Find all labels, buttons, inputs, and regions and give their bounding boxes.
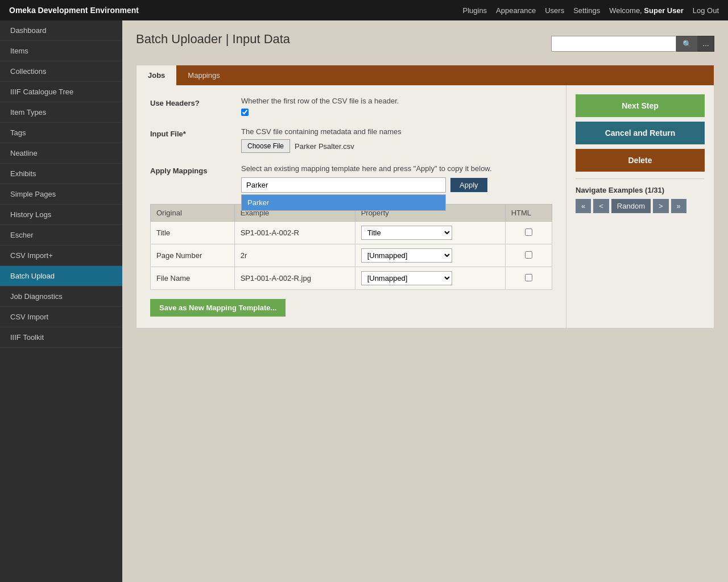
top-navigation: Omeka Development Environment Plugins Ap… xyxy=(0,0,728,20)
apply-mappings-value: Select an existing mapping template here… xyxy=(241,164,552,193)
cell-property-title: Title xyxy=(355,222,505,244)
sidebar-item-csv-import-plus[interactable]: CSV Import+ xyxy=(0,246,122,266)
input-file-desc: The CSV file containing metadata and fil… xyxy=(241,127,552,136)
next-step-button[interactable]: Next Step xyxy=(576,94,705,117)
save-mapping-button[interactable]: Save as New Mapping Template... xyxy=(150,299,286,317)
sidebar-item-iiif-catalogue-tree[interactable]: IIIF Catalogue Tree xyxy=(0,82,122,102)
cancel-and-return-button[interactable]: Cancel and Return xyxy=(576,122,705,144)
delete-button[interactable]: Delete xyxy=(576,149,705,172)
tab-jobs[interactable]: Jobs xyxy=(136,65,176,85)
sidebar-item-batch-upload[interactable]: Batch Upload xyxy=(0,266,122,286)
logout-link[interactable]: Log Out xyxy=(693,6,719,15)
use-headers-value: Whether the first row of the CSV file is… xyxy=(241,97,552,116)
use-headers-desc: Whether the first row of the CSV file is… xyxy=(241,97,552,105)
nav-plugins[interactable]: Plugins xyxy=(462,6,487,15)
cell-property-file: [Unmapped] xyxy=(355,267,505,290)
page-header: Batch Uploader | Input Data 🔍 … xyxy=(136,32,714,56)
cell-original-file: File Name xyxy=(151,267,235,290)
property-select-file[interactable]: [Unmapped] xyxy=(361,271,452,285)
cell-example-file: SP1-001-A-002-R.jpg xyxy=(234,267,355,290)
navigate-buttons: « < Random > » xyxy=(576,199,705,213)
navigate-prev-button[interactable]: < xyxy=(593,199,609,213)
dropdown-item-parker[interactable]: Parker xyxy=(242,195,445,210)
use-headers-checkbox[interactable] xyxy=(241,109,249,116)
navigate-label: Navigate Examples (1/31) xyxy=(576,186,705,194)
cell-html-file xyxy=(505,267,552,290)
input-file-label: Input File* xyxy=(150,127,241,138)
form-content: Use Headers? Whether the first row of th… xyxy=(136,85,714,328)
cell-html-title xyxy=(505,222,552,244)
input-file-row: Input File* The CSV file containing meta… xyxy=(150,127,552,153)
nav-appearance[interactable]: Appearance xyxy=(496,6,536,15)
apply-mappings-desc: Select an existing mapping template here… xyxy=(241,164,552,173)
main-content: Batch Uploader | Input Data 🔍 … Jobs Map… xyxy=(122,20,728,582)
cell-example-page: 2r xyxy=(234,244,355,267)
nav-links: Plugins Appearance Users Settings Welcom… xyxy=(462,6,719,15)
sidebar-item-history-logs[interactable]: History Logs xyxy=(0,205,122,225)
brand-name: Omeka Development Environment xyxy=(9,6,139,15)
sidebar-item-items[interactable]: Items xyxy=(0,41,122,61)
sidebar-item-dashboard[interactable]: Dashboard xyxy=(0,20,122,41)
table-row: Title SP1-001-A-002-R Title xyxy=(151,222,552,244)
property-select-title[interactable]: Title xyxy=(361,226,452,240)
cell-original-page: Page Number xyxy=(151,244,235,267)
mapping-select-wrap: Parker Parker xyxy=(241,177,446,193)
sidebar-item-simple-pages[interactable]: Simple Pages xyxy=(0,184,122,205)
content-box: Jobs Mappings Use Headers? Whether the f… xyxy=(136,65,714,329)
input-file-value: The CSV file containing metadata and fil… xyxy=(241,127,552,153)
tab-mappings[interactable]: Mappings xyxy=(176,65,231,85)
apply-row: Parker Parker Apply xyxy=(241,177,552,193)
table-row: Page Number 2r [Unmapped] xyxy=(151,244,552,267)
html-checkbox-file[interactable] xyxy=(525,274,532,281)
form-left: Use Headers? Whether the first row of th… xyxy=(136,85,566,328)
search-button[interactable]: 🔍 xyxy=(676,36,698,52)
apply-mappings-row: Apply Mappings Select an existing mappin… xyxy=(150,164,552,193)
navigate-last-button[interactable]: » xyxy=(671,199,686,213)
mapping-select[interactable]: Parker xyxy=(241,177,446,193)
apply-button[interactable]: Apply xyxy=(450,178,487,192)
navigate-first-button[interactable]: « xyxy=(576,199,591,213)
form-right: Next Step Cancel and Return Delete Navig… xyxy=(566,85,714,328)
nav-settings[interactable]: Settings xyxy=(573,6,600,15)
cell-property-page: [Unmapped] xyxy=(355,244,505,267)
table-row: File Name SP1-001-A-002-R.jpg [Unmapped] xyxy=(151,267,552,290)
file-name-display: Parker Psalter.csv xyxy=(295,142,354,151)
navigate-random-button[interactable]: Random xyxy=(611,199,651,213)
sidebar-item-iiif-toolkit[interactable]: IIIF Toolkit xyxy=(0,327,122,348)
sidebar-item-item-types[interactable]: Item Types xyxy=(0,102,122,123)
divider xyxy=(576,178,705,179)
search-input[interactable] xyxy=(551,36,676,52)
sidebar-item-escher[interactable]: Escher xyxy=(0,225,122,246)
search-group: 🔍 … xyxy=(551,36,714,52)
sidebar-item-exhibits[interactable]: Exhibits xyxy=(0,164,122,184)
choose-file-button[interactable]: Choose File xyxy=(241,139,290,153)
sidebar: Dashboard Items Collections IIIF Catalog… xyxy=(0,20,122,582)
sidebar-item-collections[interactable]: Collections xyxy=(0,61,122,82)
cell-original-title: Title xyxy=(151,222,235,244)
apply-mappings-label: Apply Mappings xyxy=(150,164,241,175)
nav-users[interactable]: Users xyxy=(545,6,564,15)
page-title: Batch Uploader | Input Data xyxy=(136,32,290,47)
welcome-message: Welcome, Super User xyxy=(609,6,684,15)
html-checkbox-title[interactable] xyxy=(525,228,532,236)
col-header-original: Original xyxy=(151,205,235,222)
sidebar-item-job-diagnostics[interactable]: Job Diagnostics xyxy=(0,286,122,307)
cell-html-page xyxy=(505,244,552,267)
use-headers-row: Use Headers? Whether the first row of th… xyxy=(150,97,552,116)
layout: Dashboard Items Collections IIIF Catalog… xyxy=(0,20,728,582)
tabs-bar: Jobs Mappings xyxy=(136,65,714,85)
use-headers-label: Use Headers? xyxy=(150,97,241,107)
cell-example-title: SP1-001-A-002-R xyxy=(234,222,355,244)
search-options-button[interactable]: … xyxy=(698,36,714,52)
navigate-next-button[interactable]: > xyxy=(653,199,669,213)
file-row: Choose File Parker Psalter.csv xyxy=(241,139,552,153)
use-headers-checkbox-wrap xyxy=(241,109,552,116)
property-select-page[interactable]: [Unmapped] xyxy=(361,248,452,263)
sidebar-item-neatline[interactable]: Neatline xyxy=(0,143,122,164)
html-checkbox-page[interactable] xyxy=(525,251,532,259)
mapping-dropdown-overlay: Parker xyxy=(241,194,446,211)
sidebar-item-csv-import[interactable]: CSV Import xyxy=(0,307,122,327)
sidebar-item-tags[interactable]: Tags xyxy=(0,123,122,143)
col-header-html: HTML xyxy=(505,205,552,222)
mapping-table: Original Example Property HTML Title SP1… xyxy=(150,204,552,290)
